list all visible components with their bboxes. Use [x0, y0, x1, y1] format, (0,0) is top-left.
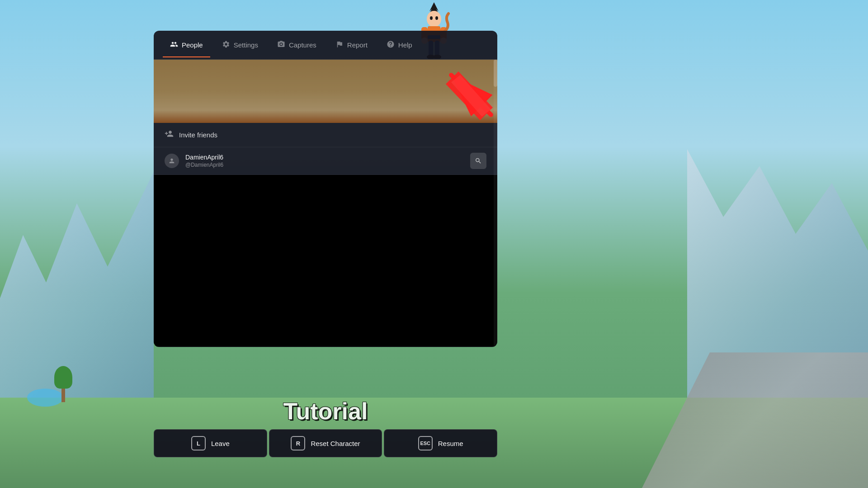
user-action-button[interactable]: [470, 153, 486, 169]
tab-people-label: People: [182, 41, 203, 49]
invite-friends-row[interactable]: Invite friends: [154, 123, 497, 147]
tab-help[interactable]: Help: [379, 37, 420, 54]
scrollbar[interactable]: [494, 60, 497, 347]
tab-bar: People Settings Captures: [154, 31, 497, 60]
tab-people[interactable]: People: [163, 37, 210, 54]
tab-report[interactable]: Report: [328, 37, 375, 54]
reset-key-badge: R: [291, 436, 305, 450]
tab-help-label: Help: [398, 41, 412, 49]
screenshot-area: [154, 60, 497, 123]
invite-friends-label: Invite friends: [179, 131, 217, 139]
panel-content: Invite friends DamienApril6 @DamienApril…: [154, 60, 497, 347]
people-icon: [170, 40, 178, 50]
user-handle: @DamienApril6: [185, 162, 464, 168]
user-info: DamienApril6 @DamienApril6: [185, 154, 464, 168]
user-row[interactable]: DamienApril6 @DamienApril6: [154, 147, 497, 175]
tab-settings-label: Settings: [234, 41, 258, 49]
screenshot-overlay: [154, 60, 497, 123]
resume-label: Resume: [438, 440, 463, 447]
leave-button[interactable]: L Leave: [154, 429, 267, 457]
reset-character-button[interactable]: R Reset Character: [269, 429, 382, 457]
svg-point-1: [427, 11, 441, 27]
invite-friends-icon: [165, 129, 174, 141]
main-panel: People Settings Captures: [154, 31, 497, 347]
scrollbar-thumb[interactable]: [494, 60, 497, 87]
tab-report-label: Report: [347, 41, 368, 49]
reset-character-label: Reset Character: [311, 440, 360, 447]
svg-point-3: [435, 16, 438, 20]
tree-decoration: [54, 366, 72, 402]
captures-icon: [277, 40, 285, 50]
user-avatar: [165, 154, 179, 168]
user-name: DamienApril6: [185, 154, 464, 161]
tab-captures-label: Captures: [289, 41, 316, 49]
leave-key-badge: L: [191, 436, 206, 450]
black-content-area: [154, 175, 497, 347]
bottom-action-bar: L Leave R Reset Character ESC Resume: [154, 429, 497, 457]
resume-key-badge: ESC: [418, 436, 433, 450]
svg-point-2: [430, 16, 433, 20]
tab-settings[interactable]: Settings: [215, 37, 265, 54]
leave-label: Leave: [211, 440, 230, 447]
resume-button[interactable]: ESC Resume: [384, 429, 497, 457]
help-icon: [387, 40, 395, 50]
report-icon: [335, 40, 344, 50]
settings-icon: [222, 40, 230, 50]
tab-captures[interactable]: Captures: [270, 37, 324, 54]
